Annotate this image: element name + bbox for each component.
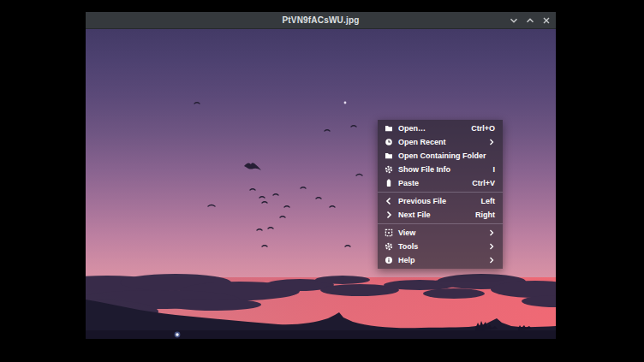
view-icon <box>385 228 393 237</box>
chevron-up-icon <box>526 13 534 28</box>
menu-item-open-containing-folder[interactable]: Open Containing Folder <box>378 149 503 163</box>
shortcut: Right <box>475 211 495 219</box>
close-icon <box>542 13 551 28</box>
image-canvas: Open… Ctrl+O Open Recent Open Containing… <box>86 29 556 339</box>
submenu-arrow-icon <box>488 229 495 236</box>
photo-birds <box>194 103 362 246</box>
menu-item-open[interactable]: Open… Ctrl+O <box>378 122 503 135</box>
window-title: PtVN9fACsWU.jpg <box>282 15 359 25</box>
submenu-arrow-icon <box>488 257 495 264</box>
photo-star <box>344 102 347 104</box>
photo-ground <box>86 330 556 339</box>
titlebar[interactable]: PtVN9fACsWU.jpg <box>86 12 556 29</box>
chevron-down-icon <box>510 13 518 28</box>
minimize-button[interactable] <box>508 15 519 26</box>
menu-item-open-recent[interactable]: Open Recent <box>378 135 503 149</box>
info-icon <box>385 256 393 264</box>
folder-icon <box>385 124 393 133</box>
menu-separator <box>378 223 503 224</box>
chevron-right-icon <box>385 211 393 219</box>
menu-item-tools[interactable]: Tools <box>378 240 503 253</box>
desktop: { "window": { "title": "PtVN9fACsWU.jpg"… <box>0 0 644 362</box>
menu-separator <box>378 192 503 193</box>
shortcut: Left <box>481 197 496 205</box>
menu-item-show-file-info[interactable]: Show File Info I <box>378 163 503 176</box>
paste-icon <box>385 179 393 187</box>
menu-item-paste[interactable]: Paste Ctrl+V <box>378 176 503 190</box>
submenu-arrow-icon <box>488 139 495 145</box>
window-controls <box>508 12 552 28</box>
image-viewer-window: PtVN9fACsWU.jpg <box>86 12 556 339</box>
chevron-left-icon <box>385 197 393 205</box>
shortcut: Ctrl+O <box>471 124 495 133</box>
menu-item-previous-file[interactable]: Previous File Left <box>378 194 503 208</box>
menu-item-next-file[interactable]: Next File Right <box>378 208 503 222</box>
context-menu: Open… Ctrl+O Open Recent Open Containing… <box>378 120 503 269</box>
menu-item-help[interactable]: Help <box>378 253 503 267</box>
close-button[interactable] <box>540 15 552 26</box>
gear-icon <box>385 242 393 251</box>
folder-icon <box>385 151 393 160</box>
gear-icon <box>385 165 393 174</box>
photo-large-bird <box>244 163 261 170</box>
shortcut: I <box>492 165 495 174</box>
menu-item-view[interactable]: View <box>378 226 503 240</box>
clock-icon <box>385 138 393 146</box>
photo-horizon-light <box>175 332 181 338</box>
maximize-button[interactable] <box>524 15 535 26</box>
shortcut: Ctrl+V <box>472 179 495 187</box>
submenu-arrow-icon <box>488 243 495 250</box>
